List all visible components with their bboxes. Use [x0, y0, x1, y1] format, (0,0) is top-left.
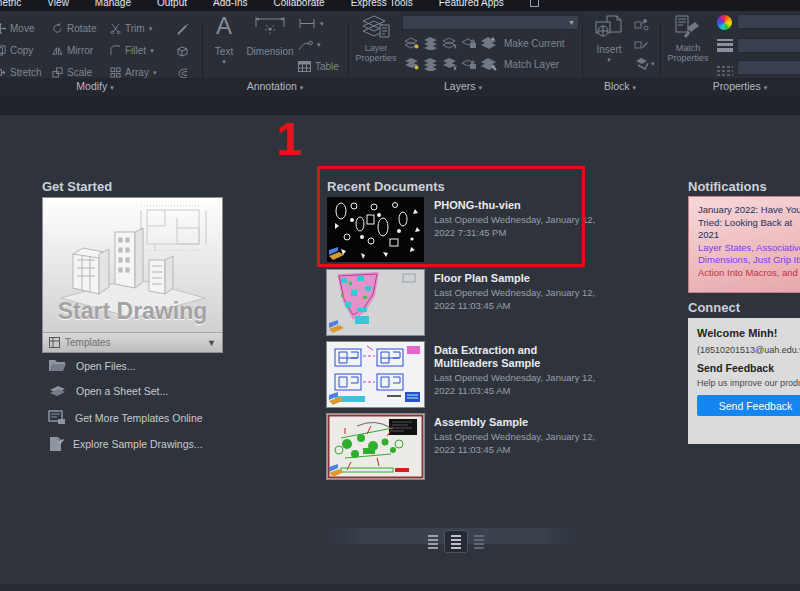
properties-panel-label[interactable]: Properties ▾ [713, 80, 767, 92]
table-button[interactable]: Table [298, 61, 339, 72]
match-properties-button[interactable]: Match Properties [664, 14, 712, 63]
callout-number: 1 [276, 116, 302, 162]
recent-item-date: Last Opened Wednesday, January 12, 2022 … [434, 213, 596, 239]
leader-button[interactable]: ▾ [298, 39, 321, 51]
menu-express-tools[interactable]: Express Tools [351, 0, 413, 8]
sheet-set-icon [48, 384, 67, 398]
edit-block-button[interactable] [634, 37, 650, 51]
open-sheet-set-link[interactable]: Open a Sheet Set... [48, 384, 168, 398]
send-feedback-button[interactable]: Send Feedback [697, 395, 800, 416]
make-current-icon [480, 36, 496, 50]
layer-lock-button[interactable] [461, 36, 477, 50]
start-drawing-card[interactable]: Start Drawing Templates ▼ [42, 197, 223, 353]
dimension-linear-button[interactable]: ▾ [298, 19, 324, 28]
text-button[interactable]: A Text ▾ [208, 13, 240, 67]
recent-item-data-extraction[interactable]: Data Extraction and Multileaders Sample … [327, 342, 585, 407]
linetype-select[interactable] [737, 60, 800, 75]
annotation-panel-label[interactable]: Annotation ▾ [247, 80, 304, 92]
linetype-icon[interactable] [717, 63, 733, 78]
layer-isolate-button[interactable] [442, 36, 458, 50]
rotate-button[interactable]: Rotate [52, 23, 96, 34]
layers-panel-label[interactable]: Layers ▾ [444, 80, 482, 92]
fillet-icon [110, 45, 121, 56]
menu-featured-apps[interactable]: Featured Apps [439, 0, 504, 8]
layer-freeze-button[interactable] [423, 36, 439, 50]
templates-dropdown[interactable]: Templates ▼ [43, 332, 222, 352]
erase-button[interactable] [176, 23, 189, 36]
insert-button[interactable]: Insert ▾ [586, 14, 632, 65]
match-layer-button[interactable]: Match Layer [504, 59, 559, 70]
mirror-icon [52, 45, 63, 56]
scale-button[interactable]: Scale [52, 67, 92, 78]
leader-dropdown-icon[interactable]: ▾ [317, 41, 321, 49]
explore-samples-link[interactable]: Explore Sample Drawings... [48, 436, 203, 452]
fillet-dropdown-icon[interactable]: ▾ [150, 47, 154, 55]
layer-on-button[interactable] [404, 36, 420, 50]
copy-button[interactable]: Copy [0, 45, 33, 56]
layer-select-combo[interactable]: ▼ [402, 15, 579, 30]
panel-layers: Layer Properties ▼ Make Current Match La… [348, 11, 582, 78]
layer-thaw-button[interactable] [423, 57, 439, 71]
menu-collaborate[interactable]: Collaborate [274, 0, 325, 8]
dimension-icon [253, 15, 287, 39]
dim-linear-dropdown-icon[interactable]: ▾ [320, 20, 324, 28]
make-current-button[interactable]: Make Current [504, 38, 565, 49]
notification-link-secondary[interactable]: Action Into Macros, and m [698, 267, 800, 280]
layer-unlock-button[interactable] [461, 57, 477, 71]
view-toggle-list[interactable] [451, 535, 461, 548]
explode-box-icon [176, 45, 189, 58]
layer-unisolate-button[interactable] [442, 57, 458, 71]
mirror-button[interactable]: Mirror [52, 45, 93, 56]
layer-properties-button[interactable]: Layer Properties [352, 13, 400, 63]
menu-manage[interactable]: Manage [95, 0, 131, 8]
open-files-link[interactable]: Open Files... [48, 358, 136, 373]
array-button[interactable]: Array▾ [110, 67, 156, 78]
move-button[interactable]: Move [0, 23, 34, 34]
stretch-button[interactable]: Stretch [0, 67, 42, 78]
notification-link-primary[interactable]: Layer States, Associative Dimensions, Ju… [698, 242, 800, 267]
explode-button[interactable] [176, 45, 189, 58]
recent-thumbnail[interactable] [327, 270, 424, 335]
block-panel-label[interactable]: Block ▾ [604, 80, 636, 92]
recent-item-title: Data Extraction and Multileaders Sample [434, 344, 596, 370]
match-properties-icon [674, 14, 702, 40]
recent-thumbnail[interactable] [327, 342, 424, 407]
ribbon-shadow-strip [0, 96, 800, 115]
layer-off-button[interactable] [404, 57, 420, 71]
open-files-folder-icon [48, 358, 67, 373]
erase-pencil-icon [176, 23, 189, 36]
notification-card[interactable]: January 2022: Have You Tried: Looking Ba… [688, 196, 800, 293]
recent-thumbnail[interactable] [327, 414, 424, 479]
recent-item-phong-thu-vien[interactable]: PHONG-thu-vien Last Opened Wednesday, Ja… [327, 197, 585, 262]
recent-item-floor-plan[interactable]: Floor Plan Sample Last Opened Wednesday,… [327, 270, 585, 335]
annotation-panel-dropdown-icon: ▾ [300, 84, 304, 91]
lineweight-icon[interactable] [717, 39, 733, 54]
fillet-button[interactable]: Fillet▾ [110, 45, 154, 56]
array-dropdown-icon[interactable]: ▾ [153, 69, 157, 77]
recent-thumbnail[interactable] [327, 197, 424, 262]
trim-button[interactable]: Trim▾ [110, 23, 152, 34]
view-toggle-large-icons[interactable] [428, 535, 438, 548]
dimension-button[interactable]: Dimension [244, 15, 296, 57]
view-toggle-grid[interactable] [474, 535, 484, 548]
menu-view[interactable]: View [47, 0, 69, 8]
block-attributes-button[interactable] [634, 56, 650, 70]
trim-dropdown-icon[interactable]: ▾ [149, 25, 153, 33]
color-wheel-icon[interactable] [717, 15, 732, 30]
menu-parametric[interactable]: Parametric [0, 0, 21, 8]
offset-button[interactable] [176, 67, 189, 78]
get-more-templates-link[interactable]: Get More Templates Online [48, 410, 203, 425]
block-extra-dropdown-icon[interactable]: ▾ [651, 60, 655, 68]
properties-panel-dropdown-icon: ▾ [764, 84, 768, 91]
text-dropdown-icon[interactable]: ▾ [208, 57, 240, 67]
menu-output[interactable]: Output [157, 0, 187, 8]
recent-item-title: PHONG-thu-vien [434, 199, 596, 212]
menu-add-ins[interactable]: Add-Ins [213, 0, 247, 8]
object-color-select[interactable] [737, 14, 800, 29]
app-box-icon [530, 0, 539, 7]
lineweight-select[interactable] [737, 38, 800, 53]
modify-panel-label[interactable]: Modify ▾ [76, 80, 113, 92]
insert-dropdown-icon[interactable]: ▾ [586, 55, 632, 65]
recent-item-assembly[interactable]: Assembly Sample Last Opened Wednesday, J… [327, 414, 585, 479]
create-block-button[interactable] [634, 17, 650, 31]
